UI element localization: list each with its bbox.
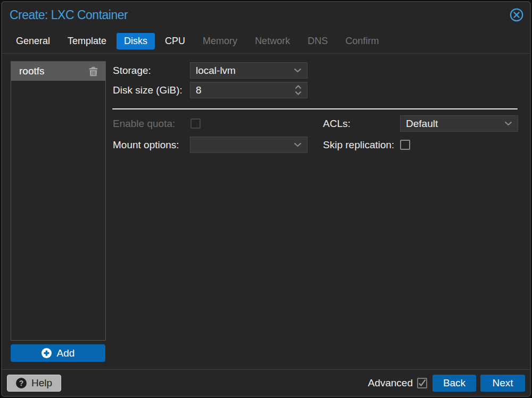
svg-text:?: ? bbox=[19, 379, 24, 387]
disk-list: rootfs bbox=[11, 61, 106, 341]
skip-replication-checkbox[interactable] bbox=[400, 140, 410, 150]
chevron-down-icon[interactable] bbox=[294, 68, 302, 73]
skip-replication-label: Skip replication: bbox=[323, 137, 394, 153]
storage-label: Storage: bbox=[113, 62, 151, 79]
storage-combobox[interactable]: local-lvm bbox=[190, 62, 307, 79]
add-button[interactable]: Add bbox=[11, 344, 105, 362]
tab-cpu[interactable]: CPU bbox=[157, 33, 193, 49]
spinner-down-icon[interactable] bbox=[295, 91, 302, 95]
chevron-down-icon[interactable] bbox=[504, 121, 512, 126]
tab-confirm: Confirm bbox=[338, 33, 386, 49]
create-lxc-container-dialog: Create: LXC Container General Template D… bbox=[0, 0, 532, 398]
tab-network: Network bbox=[247, 33, 297, 49]
wizard-tabbar: General Template Disks CPU Memory Networ… bbox=[0, 32, 532, 50]
tab-disks[interactable]: Disks bbox=[117, 33, 155, 49]
advanced-section-divider bbox=[112, 108, 518, 109]
acls-value: Default bbox=[406, 118, 504, 130]
acls-label: ACLs: bbox=[323, 115, 351, 132]
disk-size-value: 8 bbox=[196, 84, 295, 96]
dialog-title: Create: LXC Container bbox=[10, 7, 128, 22]
plus-circle-icon bbox=[41, 348, 52, 358]
tab-memory: Memory bbox=[195, 33, 245, 49]
footer-toolbar: ? Help Advanced Back Next bbox=[0, 370, 532, 397]
disk-list-item-rootfs[interactable]: rootfs bbox=[11, 62, 105, 81]
tabbar-separator bbox=[0, 53, 532, 54]
chevron-down-icon[interactable] bbox=[294, 142, 302, 147]
mount-options-label: Mount options: bbox=[113, 137, 179, 153]
enable-quota-checkbox bbox=[190, 118, 201, 129]
add-button-label: Add bbox=[57, 348, 75, 359]
disk-item-label: rootfs bbox=[19, 65, 45, 77]
tab-dns: DNS bbox=[300, 33, 335, 49]
advanced-checkbox[interactable] bbox=[417, 378, 427, 388]
enable-quota-label: Enable quota: bbox=[113, 115, 175, 132]
help-button-label: Help bbox=[31, 377, 52, 389]
acls-combobox[interactable]: Default bbox=[400, 115, 518, 132]
storage-value: local-lvm bbox=[196, 65, 294, 77]
disk-size-spinner[interactable]: 8 bbox=[190, 82, 307, 98]
spinner-up-icon[interactable] bbox=[295, 85, 302, 89]
tab-template[interactable]: Template bbox=[60, 33, 114, 49]
advanced-label: Advanced bbox=[368, 377, 413, 389]
tab-general[interactable]: General bbox=[9, 33, 57, 49]
question-circle-icon: ? bbox=[16, 378, 27, 388]
back-button[interactable]: Back bbox=[433, 375, 476, 392]
disk-size-label: Disk size (GiB): bbox=[113, 82, 182, 98]
mount-options-combobox[interactable] bbox=[190, 137, 307, 153]
help-button[interactable]: ? Help bbox=[7, 375, 61, 392]
next-button[interactable]: Next bbox=[480, 375, 525, 392]
trash-icon[interactable] bbox=[89, 66, 98, 77]
close-icon[interactable] bbox=[509, 7, 524, 22]
